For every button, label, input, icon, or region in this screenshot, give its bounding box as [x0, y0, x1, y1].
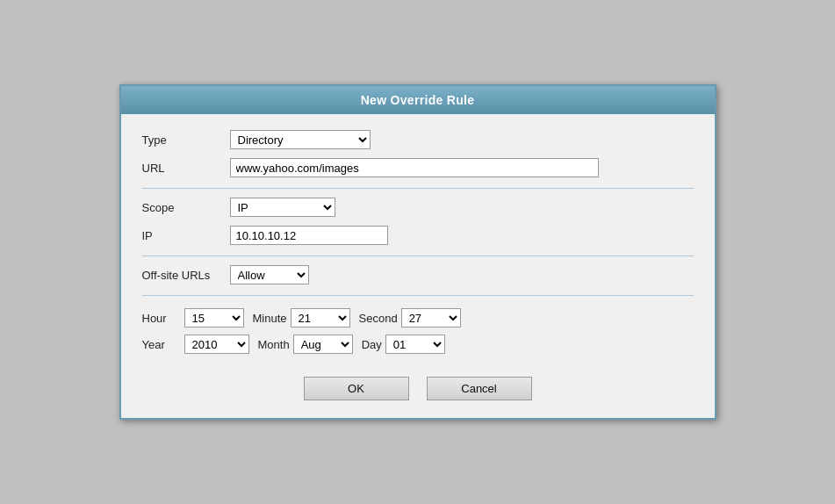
- year-label: Year: [142, 338, 184, 351]
- ip-label: IP: [142, 229, 230, 242]
- offsite-select[interactable]: AllowDeny: [230, 265, 309, 284]
- day-label: Day: [362, 338, 382, 351]
- ip-row: IP: [142, 226, 694, 245]
- minute-select[interactable]: 0001020304050607080910111213141516171819…: [291, 308, 350, 328]
- offsite-label: Off-site URLs: [142, 269, 230, 282]
- year-select[interactable]: 20082009201020112012: [184, 335, 249, 354]
- second-select[interactable]: 0001020304050607080910111213141516171819…: [401, 308, 461, 328]
- button-row: OK Cancel: [142, 368, 694, 404]
- month-label: Month: [258, 338, 290, 351]
- dialog-body: Type DirectoryDomainURLRegex URL Scope I…: [121, 114, 715, 418]
- scope-select[interactable]: IPUserGroupAll: [230, 198, 335, 217]
- offsite-row: Off-site URLs AllowDeny: [142, 265, 694, 284]
- date-row: Year 20082009201020112012 Month JanFebMa…: [142, 335, 694, 354]
- hour-select[interactable]: 0001020304050607080910111213141516171819…: [184, 308, 244, 328]
- day-select[interactable]: 0102030405060708091011121314151617181920…: [385, 335, 445, 354]
- cancel-button[interactable]: Cancel: [427, 377, 532, 400]
- url-label: URL: [142, 162, 230, 175]
- scope-ip-section: Scope IPUserGroupAll IP: [142, 198, 694, 256]
- offsite-section: Off-site URLs AllowDeny: [142, 265, 694, 296]
- type-url-section: Type DirectoryDomainURLRegex URL: [142, 130, 694, 189]
- type-row: Type DirectoryDomainURLRegex: [142, 130, 694, 149]
- month-select[interactable]: JanFebMarAprMayJunJulAugSepOctNovDec: [293, 335, 353, 354]
- hour-label: Hour: [142, 312, 184, 325]
- scope-row: Scope IPUserGroupAll: [142, 198, 694, 217]
- minute-label: Minute: [253, 312, 287, 325]
- ip-input[interactable]: [230, 226, 388, 245]
- second-label: Second: [359, 312, 398, 325]
- new-override-rule-dialog: New Override Rule Type DirectoryDomainUR…: [119, 84, 716, 420]
- dialog-title: New Override Rule: [121, 86, 715, 114]
- time-section: Hour 00010203040506070809101112131415161…: [142, 305, 694, 368]
- url-input[interactable]: [230, 158, 599, 177]
- time-row: Hour 00010203040506070809101112131415161…: [142, 308, 694, 328]
- type-select[interactable]: DirectoryDomainURLRegex: [230, 130, 371, 149]
- ok-button[interactable]: OK: [304, 377, 409, 400]
- type-label: Type: [142, 133, 230, 147]
- url-row: URL: [142, 158, 694, 177]
- scope-label: Scope: [142, 201, 230, 214]
